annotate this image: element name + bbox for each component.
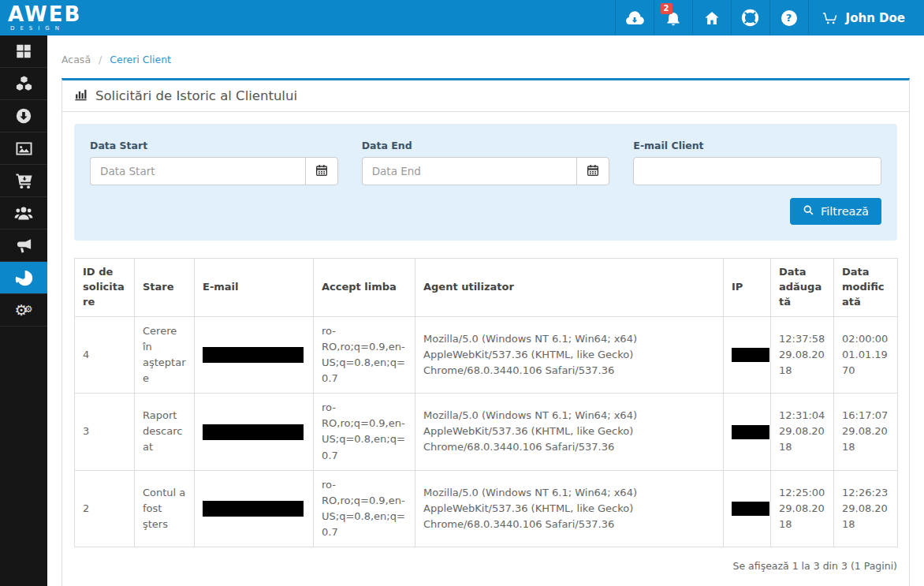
date-modified-date: 29.08.2018 <box>842 501 889 532</box>
system-gears-icon: ⚙⚙ <box>15 303 33 318</box>
requests-table-body: 4 Cerere în aşteptare ro-RO,ro;q=0.9,en-… <box>75 316 898 547</box>
date-start-input[interactable] <box>90 157 305 185</box>
breadcrumb-home: Acasă <box>61 54 91 65</box>
admin-page: AWEB DESIGN 2 <box>0 0 924 586</box>
cell-accept-language: ro-RO,ro;q=0.9,en-US;q=0.8,en;q=0.7 <box>314 394 415 471</box>
calendar-icon <box>587 164 599 179</box>
cell-accept-language: ro-RO,ro;q=0.9,en-US;q=0.8,en;q=0.7 <box>314 316 415 394</box>
sidebar-item-marketing[interactable] <box>0 230 47 262</box>
email-client-input[interactable] <box>633 157 881 185</box>
breadcrumb: Acasă / Cereri Client <box>61 54 910 65</box>
cell-ip <box>724 316 771 394</box>
cell-date-modified: 02:00:00 01.01.1970 <box>834 316 898 394</box>
cell-request-id: 2 <box>75 470 135 547</box>
sidebar-item-catalog[interactable] <box>0 68 47 100</box>
cell-date-added: 12:31:04 29.08.2018 <box>771 394 834 471</box>
dashboard-icon <box>15 43 32 60</box>
reports-pie-chart-icon <box>15 269 33 287</box>
filter-button-label: Filtrează <box>821 205 869 218</box>
date-start-calendar-button[interactable] <box>305 157 338 185</box>
sidebar-item-dashboard[interactable] <box>0 35 47 68</box>
sidebar: ⚙⚙ <box>0 35 47 586</box>
date-added-date: 29.08.2018 <box>779 424 825 455</box>
pagination-summary: Se afişează 1 la 3 din 3 (1 Pagini) <box>74 560 897 575</box>
panel-heading: Solicitări de Istoric al Clientului <box>62 80 909 112</box>
cell-email <box>195 394 314 471</box>
cell-ip <box>724 470 771 547</box>
date-end-calendar-button[interactable] <box>576 157 609 185</box>
sidebar-item-extensions[interactable] <box>0 100 47 133</box>
notifications-button[interactable]: 2 <box>654 0 692 35</box>
col-header-user-agent: Agent utilizator <box>415 259 724 317</box>
date-modified-time: 02:00:00 <box>842 331 889 347</box>
date-modified-time: 12:26:23 <box>842 485 889 501</box>
col-header-request-id: ID de solicitare <box>75 259 135 317</box>
header-actions: 2 <box>615 0 924 35</box>
logo-text: AWEB <box>8 4 166 24</box>
search-icon <box>803 204 814 218</box>
date-added-time: 12:37:58 <box>779 331 825 347</box>
sidebar-item-system[interactable]: ⚙⚙ <box>0 294 47 327</box>
redacted-email <box>203 424 304 440</box>
date-end-group <box>362 157 610 185</box>
logo-subtext: DESIGN <box>10 25 166 32</box>
cell-date-added: 12:25:00 29.08.2018 <box>771 470 834 547</box>
table-header-row: ID de solicitare Stare E-mail Accept lim… <box>75 259 898 317</box>
col-header-date-added: Data adăugată <box>771 259 834 317</box>
email-client-label: E-mail Client <box>633 140 881 151</box>
cloud-download-icon <box>625 9 644 28</box>
cell-email <box>195 470 314 547</box>
user-menu[interactable]: John Doe <box>808 0 924 35</box>
question-icon: ? <box>781 10 797 26</box>
sidebar-item-reports[interactable] <box>0 262 47 294</box>
filter-well: Data Start Data End <box>74 124 897 241</box>
date-added-time: 12:25:00 <box>779 485 825 501</box>
bar-chart-icon <box>74 88 88 104</box>
date-added-time: 12:31:04 <box>779 408 825 424</box>
help-button[interactable]: ? <box>769 0 808 35</box>
col-header-ip: IP <box>724 259 771 317</box>
date-start-label: Data Start <box>90 140 338 151</box>
sidebar-item-design[interactable] <box>0 133 47 165</box>
sidebar-item-sales[interactable] <box>0 165 47 197</box>
requests-table-head: ID de solicitare Stare E-mail Accept lim… <box>75 259 898 317</box>
cell-request-id: 4 <box>75 316 135 394</box>
top-header: AWEB DESIGN 2 <box>0 0 924 35</box>
redacted-ip <box>732 425 769 439</box>
user-name: John Doe <box>846 11 905 25</box>
store-download-button[interactable] <box>615 0 654 35</box>
redacted-ip <box>732 502 769 516</box>
marketing-bullhorn-icon <box>15 237 33 255</box>
sidebar-item-customers[interactable] <box>0 197 47 230</box>
filter-grid: Data Start Data End <box>90 140 881 185</box>
redacted-email <box>203 347 304 363</box>
cell-status: Contul a fost şters <box>135 470 195 547</box>
cell-status: Raport descarcat <box>135 394 195 471</box>
redacted-email <box>203 501 304 517</box>
cell-status: Cerere în aşteptare <box>135 316 195 394</box>
date-end-input[interactable] <box>362 157 577 185</box>
cell-date-added: 12:37:58 29.08.2018 <box>771 316 834 394</box>
breadcrumb-current-link[interactable]: Cereri Client <box>110 54 171 65</box>
requests-table: ID de solicitare Stare E-mail Accept lim… <box>74 258 898 547</box>
logo[interactable]: AWEB DESIGN <box>0 0 166 35</box>
panel-body: Data Start Data End <box>62 112 909 586</box>
date-modified-date: 01.01.1970 <box>842 347 889 379</box>
sales-cart-icon <box>15 172 33 190</box>
support-button[interactable] <box>731 0 769 35</box>
cell-user-agent: Mozilla/5.0 (Windows NT 6.1; Win64; x64)… <box>415 394 724 471</box>
filter-button[interactable]: Filtrează <box>790 198 881 225</box>
table-row: 2 Contul a fost şters ro-RO,ro;q=0.9,en-… <box>75 470 898 547</box>
date-modified-date: 29.08.2018 <box>842 424 889 455</box>
cell-email <box>195 316 314 394</box>
customers-users-icon <box>14 204 33 222</box>
history-panel: Solicitări de Istoric al Clientului Data… <box>61 78 910 586</box>
filter-col-date-end: Data End <box>362 140 610 185</box>
cell-accept-language: ro-RO,ro;q=0.9,en-US;q=0.8,en;q=0.7 <box>314 470 415 547</box>
extensions-arrow-circle-icon <box>15 107 32 125</box>
table-row: 4 Cerere în aşteptare ro-RO,ro;q=0.9,en-… <box>75 316 898 394</box>
home-button[interactable] <box>692 0 731 35</box>
calendar-icon <box>315 164 328 179</box>
main-content: Cereri Client Acasă / Cereri Client Soli… <box>47 0 924 586</box>
col-header-date-modified: Data modificată <box>834 259 898 317</box>
